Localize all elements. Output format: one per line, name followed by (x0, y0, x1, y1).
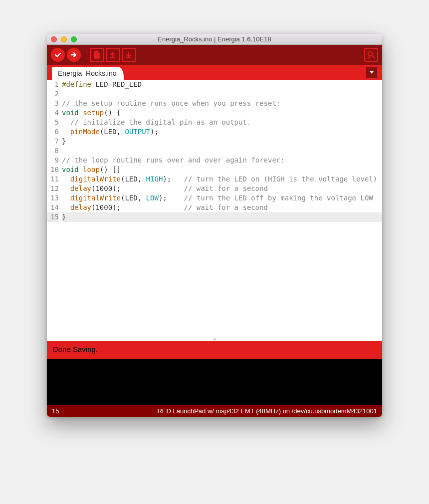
upload-button[interactable] (67, 48, 81, 62)
line-number: 4 (47, 108, 59, 118)
titlebar: Energia_Rocks.ino | Energia 1.6.10E18 (47, 34, 382, 45)
code-line[interactable]: delay(1000); // wait for a second (62, 203, 382, 212)
code-area[interactable]: #define LED RED_LED// the setup routine … (62, 80, 382, 337)
upload-icon (109, 51, 117, 59)
minimize-icon[interactable] (61, 36, 67, 42)
footer-bar: 15 RED LaunchPad w/ msp432 EMT (48MHz) o… (47, 405, 382, 417)
line-gutter: 123456789101112131415 (47, 80, 62, 337)
open-sketch-button[interactable] (106, 48, 120, 62)
serial-monitor-icon (367, 50, 376, 59)
close-icon[interactable] (51, 36, 57, 42)
line-number: 5 (47, 118, 59, 127)
status-bar: Done Saving. (47, 341, 382, 359)
check-icon (54, 51, 62, 59)
save-sketch-button[interactable] (122, 48, 136, 62)
file-icon (93, 51, 101, 59)
footer-line-number: 15 (52, 407, 59, 415)
svg-rect-0 (110, 57, 115, 58)
line-number: 10 (47, 165, 59, 174)
code-line[interactable]: // the loop routine runs over and over a… (62, 156, 382, 165)
new-sketch-button[interactable] (90, 48, 104, 62)
code-line[interactable]: // initialize the digital pin as an outp… (62, 118, 382, 127)
line-number: 13 (47, 193, 59, 203)
code-line[interactable] (62, 89, 382, 99)
code-line[interactable]: } (62, 137, 382, 146)
code-line[interactable]: digitalWrite(LED, HIGH); // turn the LED… (62, 174, 382, 184)
line-number: 6 (47, 127, 59, 137)
tab-label: Energia_Rocks.ino (58, 69, 117, 77)
zoom-icon[interactable] (71, 36, 77, 42)
line-number: 8 (47, 146, 59, 156)
download-icon (125, 51, 133, 59)
grip-dot-icon (214, 338, 216, 340)
code-line[interactable]: void loop() [] (62, 165, 382, 174)
line-number: 7 (47, 137, 59, 146)
code-editor[interactable]: 123456789101112131415 #define LED RED_LE… (47, 80, 382, 337)
arrow-right-icon (70, 51, 78, 59)
line-number: 3 (47, 99, 59, 108)
status-message: Done Saving. (53, 345, 98, 353)
line-number: 14 (47, 203, 59, 212)
line-number: 2 (47, 89, 59, 99)
line-number: 9 (47, 156, 59, 165)
window-controls (51, 36, 77, 42)
resize-handle[interactable] (47, 337, 382, 341)
code-line[interactable]: digitalWrite(LED, LOW); // turn the LED … (62, 193, 382, 203)
code-line[interactable]: #define LED RED_LED (62, 80, 382, 89)
window-title: Energia_Rocks.ino | Energia 1.6.10E18 (47, 35, 382, 43)
code-line[interactable]: delay(1000); // wait for a second (62, 184, 382, 193)
code-line[interactable]: void setup() { (62, 108, 382, 118)
code-line[interactable]: pinMode(LED, OUTPUT); (62, 127, 382, 137)
triangle-down-icon (369, 69, 375, 75)
line-number: 15 (47, 212, 59, 222)
code-line[interactable]: // the setup routine runs once when you … (62, 99, 382, 108)
footer-board-info: RED LaunchPad w/ msp432 EMT (48MHz) on /… (157, 407, 377, 415)
code-line[interactable]: } (62, 212, 382, 222)
console-output[interactable] (47, 359, 382, 405)
line-number: 11 (47, 174, 59, 184)
tab-active[interactable]: Energia_Rocks.ino (52, 67, 124, 80)
line-number: 12 (47, 184, 59, 193)
verify-button[interactable] (51, 48, 65, 62)
tab-menu-button[interactable] (366, 67, 377, 78)
app-window: Energia_Rocks.ino | Energia 1.6.10E18 En… (47, 34, 382, 417)
svg-rect-1 (126, 57, 131, 58)
serial-monitor-button[interactable] (364, 48, 378, 62)
tab-strip: Energia_Rocks.ino (47, 65, 382, 80)
line-number: 1 (47, 80, 59, 89)
code-line[interactable] (62, 146, 382, 156)
toolbar (47, 45, 382, 65)
